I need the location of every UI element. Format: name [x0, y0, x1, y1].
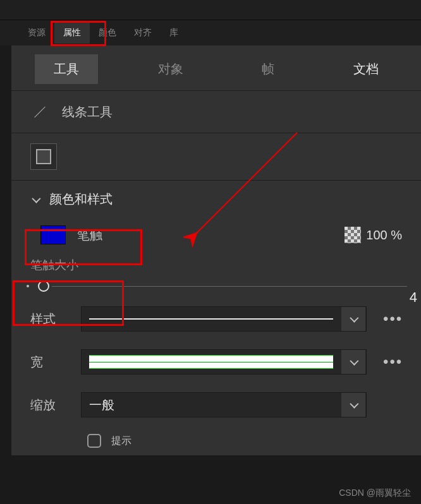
- scale-dropdown[interactable]: 一般: [81, 392, 367, 417]
- object-drawing-row: [11, 133, 421, 180]
- style-preview-line: [89, 318, 333, 320]
- scale-row: 缩放 一般 •••: [11, 383, 421, 426]
- tab-color[interactable]: 颜色: [90, 22, 125, 44]
- width-preview: [89, 355, 333, 369]
- chevron-down-icon: [30, 195, 40, 205]
- panel-tabs: 资源 属性 颜色 对齐 库: [0, 20, 421, 45]
- slider-min-icon: [27, 285, 29, 287]
- stroke-size-value[interactable]: 4: [410, 289, 417, 306]
- scale-value: 一般: [89, 397, 114, 414]
- tab-resources[interactable]: 资源: [19, 22, 54, 44]
- tab-align[interactable]: 对齐: [125, 22, 161, 44]
- style-row: 样式 •••: [11, 297, 421, 340]
- hint-label: 提示: [111, 435, 131, 448]
- section-color-style[interactable]: 颜色和样式: [11, 181, 421, 218]
- chevron-down-icon[interactable]: [341, 350, 365, 374]
- slider-track-line: [52, 286, 407, 287]
- chevron-down-icon[interactable]: [341, 393, 365, 417]
- tab-properties[interactable]: 属性: [54, 22, 90, 44]
- scale-label: 缩放: [30, 397, 68, 414]
- subtab-tool[interactable]: 工具: [35, 54, 98, 84]
- tab-library[interactable]: 库: [161, 22, 187, 44]
- stroke-size-slider[interactable]: [25, 280, 407, 292]
- stroke-color-row: 笔触 100 %: [11, 218, 421, 252]
- stroke-color-swatch[interactable]: [40, 225, 66, 244]
- stroke-size-label: 笔触大小: [30, 257, 407, 273]
- subtab-object[interactable]: 对象: [139, 54, 202, 84]
- properties-panel: 工具 对象 帧 文档 线条工具 颜色和样式 笔触 100 % 笔触大小 4: [11, 45, 421, 455]
- hint-checkbox[interactable]: [87, 434, 101, 448]
- style-more-button[interactable]: •••: [383, 310, 402, 328]
- tool-label: 线条工具: [62, 104, 113, 121]
- sub-tabs: 工具 对象 帧 文档: [11, 45, 421, 90]
- width-row: 宽 •••: [11, 340, 421, 383]
- width-label: 宽: [30, 354, 68, 371]
- hint-row: 提示: [11, 426, 421, 455]
- line-tool-icon: [30, 102, 49, 121]
- section-title: 颜色和样式: [49, 191, 113, 208]
- slider-thumb[interactable]: [38, 280, 49, 292]
- opacity-value[interactable]: 100 %: [366, 228, 402, 243]
- width-dropdown[interactable]: [81, 349, 367, 375]
- object-drawing-icon: [36, 149, 51, 164]
- top-bar: [0, 0, 421, 20]
- width-more-button[interactable]: •••: [383, 353, 402, 371]
- stroke-size-block: 笔触大小: [11, 252, 421, 297]
- watermark: CSDN @雨翼轻尘: [339, 488, 411, 499]
- subtab-frame[interactable]: 帧: [243, 54, 293, 84]
- style-dropdown[interactable]: [81, 306, 367, 332]
- stroke-label: 笔触: [77, 227, 102, 244]
- chevron-down-icon[interactable]: [341, 307, 365, 331]
- current-tool-row: 线条工具: [11, 91, 421, 133]
- style-label: 样式: [30, 311, 68, 328]
- opacity-icon[interactable]: [345, 227, 361, 243]
- object-drawing-toggle[interactable]: [30, 143, 57, 170]
- subtab-document[interactable]: 文档: [334, 54, 398, 84]
